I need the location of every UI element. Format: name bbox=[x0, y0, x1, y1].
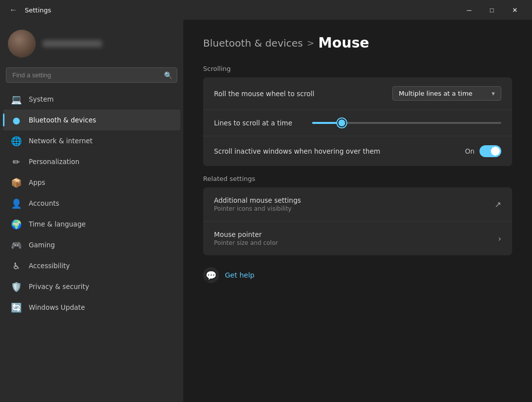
mouse-pointer-text: Mouse pointer Pointer size and color bbox=[214, 230, 278, 246]
app-title: Settings bbox=[25, 6, 51, 14]
sidebar: 🔍 💻 System ● Bluetooth & devices 🌐 Netwo… bbox=[0, 20, 183, 402]
gaming-icon: 🎮 bbox=[11, 239, 22, 250]
network-icon: 🌐 bbox=[11, 135, 22, 146]
accessibility-icon: ♿ bbox=[11, 260, 22, 271]
sidebar-item-accessibility[interactable]: ♿ Accessibility bbox=[3, 255, 180, 276]
additional-mouse-row[interactable]: Additional mouse settings Pointer icons … bbox=[203, 187, 512, 222]
search-icon: 🔍 bbox=[164, 71, 172, 79]
window-controls: ─ □ ✕ bbox=[458, 2, 526, 18]
chevron-right-icon: › bbox=[498, 234, 501, 243]
sidebar-item-accounts[interactable]: 👤 Accounts bbox=[3, 193, 180, 214]
apps-icon: 📦 bbox=[11, 177, 22, 188]
scroll-inactive-label: Scroll inactive windows when hovering ov… bbox=[214, 147, 380, 155]
time-icon: 🌍 bbox=[11, 219, 22, 230]
mouse-pointer-label: Mouse pointer bbox=[214, 230, 278, 238]
toggle-thumb bbox=[491, 147, 500, 156]
system-icon: 💻 bbox=[11, 94, 22, 105]
lines-scroll-slider[interactable] bbox=[312, 122, 501, 124]
personalization-icon: ✏️ bbox=[11, 156, 22, 167]
get-help-link[interactable]: Get help bbox=[225, 271, 255, 279]
avatar bbox=[8, 30, 36, 57]
roll-wheel-value: Multiple lines at a time bbox=[399, 90, 473, 97]
lines-scroll-row: Lines to scroll at a time bbox=[203, 110, 512, 136]
user-section bbox=[0, 20, 183, 65]
related-settings-label: Related settings bbox=[203, 175, 512, 182]
username-blurred bbox=[43, 40, 102, 47]
sidebar-item-network[interactable]: 🌐 Network & internet bbox=[3, 130, 180, 151]
sidebar-item-system[interactable]: 💻 System bbox=[3, 89, 180, 110]
sidebar-label-update: Windows Update bbox=[29, 303, 85, 311]
minimize-button[interactable]: ─ bbox=[458, 2, 480, 18]
sidebar-label-accessibility: Accessibility bbox=[29, 262, 70, 270]
sidebar-label-network: Network & internet bbox=[29, 137, 93, 145]
toggle-state-label: On bbox=[465, 147, 475, 155]
toggle-wrapper: On bbox=[465, 145, 501, 157]
sidebar-label-system: System bbox=[29, 95, 53, 103]
get-help-row: 💬 Get help bbox=[203, 265, 512, 285]
back-button[interactable]: ← bbox=[6, 2, 21, 17]
breadcrumb-parent: Bluetooth & devices bbox=[203, 37, 303, 49]
sidebar-item-update[interactable]: 🔄 Windows Update bbox=[3, 297, 180, 318]
avatar-image bbox=[8, 30, 36, 57]
sidebar-label-accounts: Accounts bbox=[29, 199, 59, 207]
sidebar-label-gaming: Gaming bbox=[29, 241, 55, 249]
titlebar: ← Settings ─ □ ✕ bbox=[0, 0, 532, 20]
privacy-icon: 🛡️ bbox=[11, 281, 22, 292]
roll-wheel-row: Roll the mouse wheel to scroll Multiple … bbox=[203, 77, 512, 110]
scroll-inactive-text: Scroll inactive windows when hovering ov… bbox=[214, 147, 380, 155]
toggle-track bbox=[479, 145, 501, 157]
additional-mouse-label: Additional mouse settings bbox=[214, 196, 301, 204]
sidebar-label-time: Time & language bbox=[29, 220, 86, 228]
slider-wrapper bbox=[312, 122, 501, 124]
external-link-icon: ↗ bbox=[495, 200, 501, 209]
breadcrumb-separator: > bbox=[307, 38, 315, 48]
lines-scroll-label: Lines to scroll at a time bbox=[214, 119, 292, 127]
sidebar-label-bluetooth: Bluetooth & devices bbox=[29, 116, 96, 124]
roll-wheel-dropdown[interactable]: Multiple lines at a time ▾ bbox=[392, 86, 501, 101]
dropdown-arrow-icon: ▾ bbox=[491, 90, 495, 97]
scroll-inactive-row: Scroll inactive windows when hovering ov… bbox=[203, 136, 512, 166]
sidebar-item-privacy[interactable]: 🛡️ Privacy & security bbox=[3, 276, 180, 297]
mouse-pointer-row[interactable]: Mouse pointer Pointer size and color › bbox=[203, 222, 512, 255]
roll-wheel-label: Roll the mouse wheel to scroll bbox=[214, 90, 314, 98]
related-settings-card: Additional mouse settings Pointer icons … bbox=[203, 187, 512, 255]
sidebar-item-time[interactable]: 🌍 Time & language bbox=[3, 214, 180, 234]
sidebar-item-personalization[interactable]: ✏️ Personalization bbox=[3, 151, 180, 172]
get-help-icon: 💬 bbox=[203, 267, 219, 283]
sidebar-item-bluetooth[interactable]: ● Bluetooth & devices bbox=[3, 110, 180, 130]
sidebar-item-apps[interactable]: 📦 Apps bbox=[3, 172, 180, 193]
breadcrumb-current: Mouse bbox=[319, 35, 370, 51]
update-icon: 🔄 bbox=[11, 302, 22, 313]
sidebar-nav: 💻 System ● Bluetooth & devices 🌐 Network… bbox=[0, 89, 183, 318]
mouse-pointer-sublabel: Pointer size and color bbox=[214, 239, 278, 246]
bluetooth-icon: ● bbox=[11, 115, 22, 125]
search-box: 🔍 bbox=[6, 67, 177, 83]
close-button[interactable]: ✕ bbox=[503, 2, 526, 18]
sidebar-label-personalization: Personalization bbox=[29, 158, 79, 166]
additional-mouse-sublabel: Pointer icons and visibility bbox=[214, 205, 301, 212]
scroll-inactive-toggle[interactable] bbox=[479, 145, 501, 157]
scrolling-card: Roll the mouse wheel to scroll Multiple … bbox=[203, 77, 512, 166]
scrolling-section-label: Scrolling bbox=[203, 65, 512, 72]
app-body: 🔍 💻 System ● Bluetooth & devices 🌐 Netwo… bbox=[0, 20, 532, 402]
sidebar-label-apps: Apps bbox=[29, 178, 45, 186]
additional-mouse-text: Additional mouse settings Pointer icons … bbox=[214, 196, 301, 212]
sidebar-item-gaming[interactable]: 🎮 Gaming bbox=[3, 234, 180, 255]
content-area: Bluetooth & devices > Mouse Scrolling Ro… bbox=[183, 20, 532, 402]
sidebar-label-privacy: Privacy & security bbox=[29, 283, 89, 290]
search-input[interactable] bbox=[6, 67, 177, 83]
accounts-icon: 👤 bbox=[11, 198, 22, 209]
maximize-button[interactable]: □ bbox=[480, 2, 503, 18]
breadcrumb: Bluetooth & devices > Mouse bbox=[203, 35, 512, 51]
